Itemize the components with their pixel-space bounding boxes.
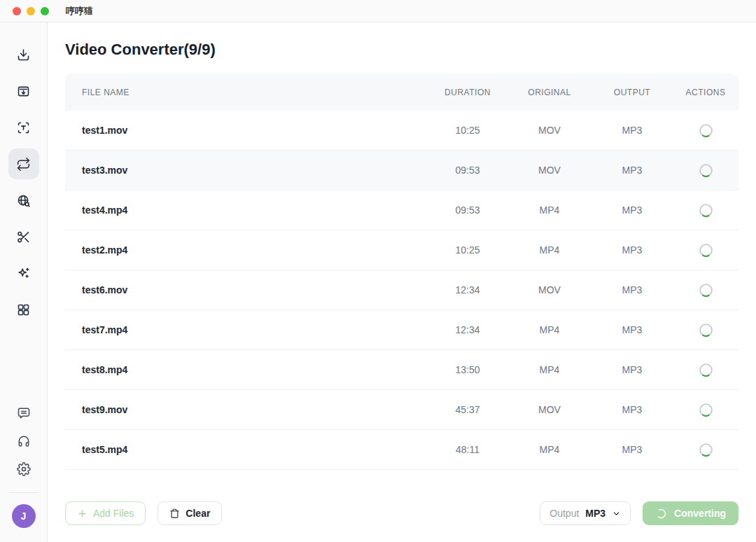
progress-spinner-icon[interactable] (699, 403, 713, 417)
plus-icon (77, 508, 88, 519)
table-row[interactable]: test6.mov 12:34 MOV MP3 (65, 270, 738, 310)
progress-spinner-icon[interactable] (699, 163, 713, 178)
sidebar-item-ai-tools[interactable] (8, 258, 39, 289)
window-title: 哼哼猫 (66, 5, 93, 18)
column-header-actions: ACTIONS (673, 88, 738, 97)
duration-cell: 09:53 (428, 165, 507, 176)
converting-button[interactable]: Converting (643, 501, 738, 525)
clear-button[interactable]: Clear (158, 501, 222, 525)
sidebar-item-settings[interactable] (10, 457, 38, 481)
actions-cell (673, 123, 738, 138)
progress-spinner-icon[interactable] (699, 203, 713, 218)
table-row[interactable]: test5.mp4 48:11 MP4 MP3 (65, 430, 738, 470)
grid-icon (16, 303, 31, 317)
column-header-original: ORIGINAL (507, 88, 592, 97)
output-format-cell: MP3 (592, 364, 673, 375)
add-files-button[interactable]: Add Files (65, 501, 146, 525)
original-format-cell: MOV (507, 125, 592, 136)
table-row[interactable]: test9.mov 45:37 MOV MP3 (65, 390, 738, 430)
titlebar: 哼哼猫 (0, 0, 756, 22)
avatar[interactable]: J (12, 504, 36, 528)
minimize-window-icon[interactable] (27, 7, 35, 15)
sidebar-item-support[interactable] (10, 429, 38, 453)
actions-cell (673, 243, 738, 258)
progress-spinner-icon[interactable] (699, 443, 713, 457)
duration-cell: 12:34 (428, 324, 507, 335)
output-select-value: MP3 (585, 508, 606, 519)
output-select-label: Output (550, 508, 579, 519)
sidebar-divider (9, 492, 38, 493)
sidebar-item-clip[interactable] (8, 221, 39, 252)
file-name-cell: test4.mp4 (65, 204, 428, 216)
file-name-cell: test2.mp4 (65, 244, 428, 256)
close-window-icon[interactable] (13, 7, 21, 15)
table-row[interactable]: test8.mp4 13:50 MP4 MP3 (65, 350, 738, 390)
original-format-cell: MP4 (507, 444, 592, 455)
converting-spinner-icon (655, 508, 667, 520)
progress-spinner-icon[interactable] (699, 283, 713, 298)
table-row[interactable]: test2.mp4 10:25 MP4 MP3 (65, 230, 738, 270)
table-body: test1.mov 10:25 MOV MP3 test3.mov 09:53 … (65, 111, 738, 470)
original-format-cell: MP4 (507, 364, 592, 375)
headphones-icon (17, 434, 31, 448)
repeat-icon (16, 157, 31, 172)
app-window: 哼哼猫 (0, 0, 756, 542)
output-format-cell: MP3 (592, 444, 673, 455)
sidebar-item-archive-download[interactable] (8, 76, 39, 106)
duration-cell: 45:37 (428, 404, 507, 415)
original-format-cell: MP4 (507, 324, 592, 335)
progress-spinner-icon[interactable] (699, 243, 713, 258)
table-row[interactable]: test7.mp4 12:34 MP4 MP3 (65, 310, 738, 350)
original-format-cell: MP4 (507, 244, 592, 256)
output-format-cell: MP3 (592, 125, 673, 136)
output-format-cell: MP3 (592, 204, 673, 216)
sidebar-item-feedback[interactable] (10, 401, 38, 425)
gear-icon (17, 462, 31, 476)
output-format-cell: MP3 (592, 165, 673, 176)
scissors-icon (16, 230, 31, 244)
duration-cell: 10:25 (428, 125, 507, 136)
page-title: Video Converter(9/9) (65, 41, 738, 59)
actions-cell (673, 203, 738, 218)
globe-search-icon (16, 193, 31, 208)
sparkles-icon (16, 266, 31, 281)
output-format-select[interactable]: Output MP3 (540, 501, 631, 525)
sidebar-item-text-scan[interactable] (8, 112, 39, 143)
duration-cell: 48:11 (428, 444, 507, 455)
actions-cell (673, 443, 738, 457)
table-header: FILE NAME DURATION ORIGINAL OUTPUT ACTIO… (65, 74, 738, 111)
zoom-window-icon[interactable] (41, 7, 49, 15)
file-table: FILE NAME DURATION ORIGINAL OUTPUT ACTIO… (65, 74, 738, 470)
file-name-cell: test3.mov (65, 165, 428, 176)
download-icon (16, 48, 31, 62)
sidebar-item-download[interactable] (8, 39, 39, 70)
progress-spinner-icon[interactable] (699, 363, 713, 377)
sidebar-item-apps[interactable] (8, 294, 39, 325)
column-header-duration: DURATION (428, 88, 507, 97)
add-files-label: Add Files (93, 508, 134, 519)
chat-icon (17, 406, 31, 420)
traffic-lights (13, 7, 49, 15)
actions-cell (673, 163, 738, 178)
file-name-cell: test8.mp4 (65, 364, 428, 375)
table-row[interactable]: test3.mov 09:53 MOV MP3 (65, 151, 738, 190)
table-row[interactable]: test1.mov 10:25 MOV MP3 (65, 111, 738, 151)
progress-spinner-icon[interactable] (699, 123, 713, 138)
converting-label: Converting (674, 508, 726, 519)
file-name-cell: test1.mov (65, 125, 428, 136)
sidebar-item-web-search[interactable] (8, 185, 39, 216)
file-name-cell: test7.mp4 (65, 324, 428, 335)
clear-label: Clear (186, 508, 210, 519)
output-format-cell: MP3 (592, 244, 673, 256)
table-row[interactable]: test4.mp4 09:53 MP4 MP3 (65, 190, 738, 230)
trash-icon (169, 508, 180, 519)
column-header-output: OUTPUT (592, 88, 673, 97)
sidebar-item-converter[interactable] (8, 148, 39, 179)
actions-cell (673, 323, 738, 338)
progress-spinner-icon[interactable] (699, 323, 713, 338)
output-format-cell: MP3 (592, 404, 673, 415)
actions-cell (673, 403, 738, 417)
original-format-cell: MP4 (507, 204, 592, 216)
file-name-cell: test6.mov (65, 284, 428, 296)
actions-cell (673, 283, 738, 298)
